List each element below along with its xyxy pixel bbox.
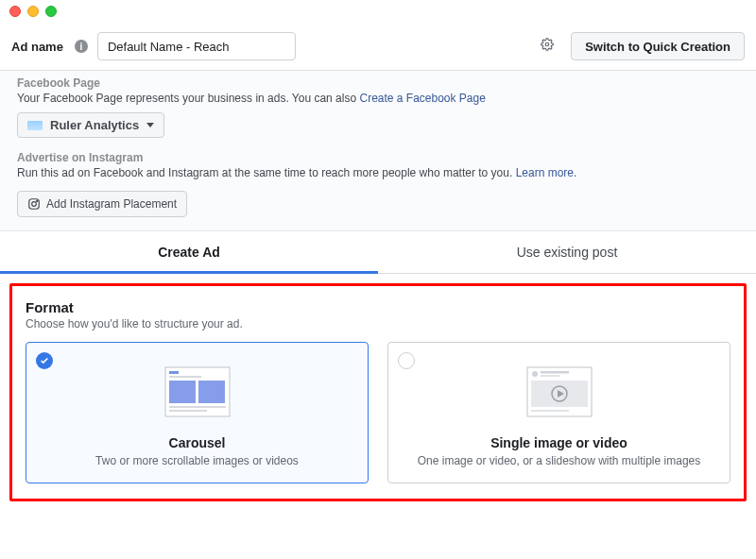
facebook-page-text: Your Facebook Page represents your busin… [17, 92, 359, 105]
svg-rect-5 [169, 371, 179, 374]
format-title: Format [26, 299, 730, 315]
format-card-carousel[interactable]: Carousel Two or more scrollable images o… [26, 342, 369, 483]
instagram-btn-label: Add Instagram Placement [46, 197, 177, 211]
learn-more-link[interactable]: Learn more. [516, 166, 577, 179]
tab-create-ad[interactable]: Create Ad [0, 231, 378, 273]
facebook-ads-manager: Ad name i Switch to Quick Creation Faceb… [0, 0, 756, 559]
svg-point-12 [532, 371, 538, 377]
card-desc: One image or video, or a slideshow with … [400, 454, 718, 467]
top-bar: Ad name i Switch to Quick Creation [0, 23, 756, 71]
format-cards: Carousel Two or more scrollable images o… [26, 342, 730, 483]
carousel-icon [158, 364, 237, 424]
svg-rect-7 [169, 381, 196, 403]
format-subtitle: Choose how you'd like to structure your … [26, 317, 730, 330]
chevron-down-icon [146, 123, 154, 127]
card-desc: Two or more scrollable images or videos [38, 454, 356, 467]
tab-use-existing-post[interactable]: Use existing post [378, 231, 756, 273]
window-titlebar [0, 0, 756, 23]
instagram-icon [27, 197, 41, 211]
info-icon[interactable]: i [75, 40, 88, 53]
svg-rect-6 [169, 376, 201, 378]
radio-unchecked-icon [398, 352, 415, 369]
page-selector-dropdown[interactable]: Ruler Analytics [17, 112, 164, 138]
create-facebook-page-link[interactable]: Create a Facebook Page [359, 92, 485, 105]
identity-panel: Facebook Page Your Facebook Page represe… [0, 71, 756, 231]
facebook-page-heading: Facebook Page [17, 76, 739, 90]
maximize-window[interactable] [45, 6, 57, 17]
switch-quick-creation-button[interactable]: Switch to Quick Creation [571, 32, 745, 60]
page-selector-label: Ruler Analytics [50, 118, 139, 132]
ad-name-input-wrap [97, 32, 561, 60]
svg-rect-18 [531, 410, 569, 412]
svg-point-2 [32, 202, 37, 207]
page-thumbnail-icon [27, 121, 43, 130]
ad-name-label: Ad name [11, 40, 63, 54]
format-section: Format Choose how you'd like to structur… [9, 283, 747, 501]
minimize-window[interactable] [27, 6, 39, 17]
tabs: Create Ad Use existing post [0, 231, 756, 274]
add-instagram-placement-button[interactable]: Add Instagram Placement [17, 191, 187, 217]
instagram-description: Run this ad on Facebook and Instagram at… [17, 166, 739, 179]
card-title: Carousel [38, 435, 356, 450]
radio-checked-icon [36, 352, 53, 369]
svg-rect-14 [541, 375, 559, 377]
svg-rect-9 [169, 406, 226, 408]
format-card-single[interactable]: Single image or video One image or video… [387, 342, 730, 483]
svg-rect-10 [169, 410, 207, 412]
facebook-page-description: Your Facebook Page represents your busin… [17, 92, 739, 105]
instagram-heading: Advertise on Instagram [17, 151, 739, 164]
ad-name-input[interactable] [97, 32, 296, 60]
instagram-text: Run this ad on Facebook and Instagram at… [17, 166, 516, 179]
svg-point-3 [37, 200, 38, 201]
svg-rect-13 [541, 371, 569, 374]
gear-icon[interactable] [541, 38, 554, 55]
close-window[interactable] [9, 6, 21, 17]
card-title: Single image or video [400, 435, 718, 450]
svg-rect-8 [198, 381, 225, 403]
single-media-icon [520, 364, 599, 424]
svg-point-0 [545, 42, 549, 46]
